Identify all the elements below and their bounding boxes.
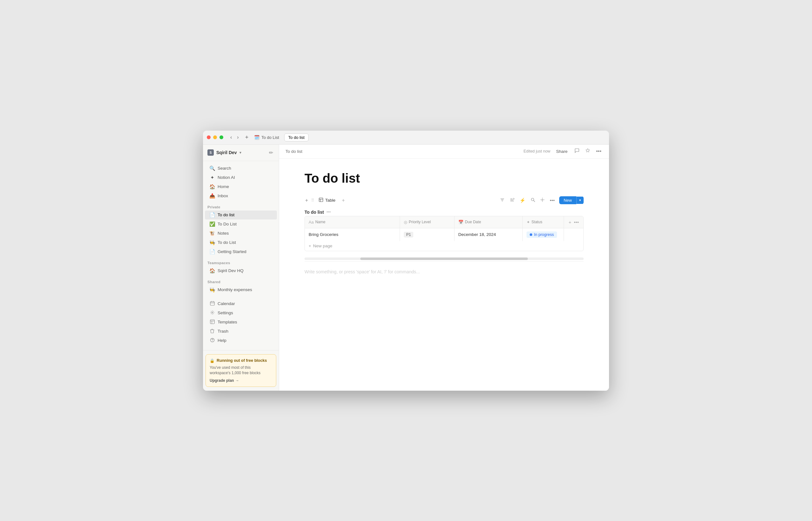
status-badge: In progress: [526, 231, 557, 238]
svg-point-9: [212, 341, 212, 341]
column-priority[interactable]: ◎ Priority Level: [400, 216, 454, 228]
workspace-selector[interactable]: S Sqiril Dev ▾: [207, 149, 241, 156]
new-record-dropdown[interactable]: ▾: [576, 197, 584, 204]
drag-handle[interactable]: ⠿: [311, 198, 314, 203]
cell-priority[interactable]: P1: [400, 228, 454, 241]
column-status[interactable]: ✦ Status: [522, 216, 564, 228]
sidebar-item-help[interactable]: Help: [205, 336, 277, 345]
new-record-button[interactable]: New: [559, 196, 576, 204]
sidebar-item-label: Trash: [218, 329, 228, 334]
sidebar-item-sqiril-dev-hq[interactable]: 🏠 Sqiril Dev HQ: [205, 266, 277, 275]
app-window: ‹ › + 🗓️ To do List To do list S Sqiril …: [203, 131, 609, 391]
table-row[interactable]: ➤ Bring Groceries P1 December 18, 2024: [305, 228, 583, 241]
table-scrollbar[interactable]: [304, 257, 584, 260]
sidebar-item-monthly-expenses[interactable]: 🧑‍🍳 Monthly expenses: [205, 286, 277, 294]
new-page-label: New page: [313, 244, 332, 248]
sidebar-header: S Sqiril Dev ▾ ✏: [203, 144, 279, 161]
sidebar-item-calendar[interactable]: Calendar: [205, 299, 277, 308]
column-name-label: Name: [315, 220, 325, 224]
sidebar-item-label: Templates: [218, 320, 237, 324]
sidebar-item-notion-ai[interactable]: ✦ Notion AI: [205, 173, 277, 182]
section-shared: Shared: [203, 276, 279, 285]
add-column-button[interactable]: +: [568, 219, 572, 225]
sidebar-item-label: Notes: [218, 231, 229, 235]
workspace-name-label: Sqiril Dev: [216, 150, 237, 155]
sidebar-item-getting-started[interactable]: 📄 Getting Started: [205, 247, 277, 256]
add-view-button[interactable]: +: [340, 197, 347, 204]
sidebar-item-trash[interactable]: Trash: [205, 327, 277, 336]
more-button[interactable]: •••: [595, 147, 603, 155]
sidebar-item-search[interactable]: 🔍 Search: [205, 164, 277, 173]
sidebar-nav: 🔍 Search ✦ Notion AI 🏠 Home 📥 Inbox Priv…: [203, 161, 279, 348]
cell-status[interactable]: In progress: [522, 228, 564, 241]
nav-buttons: ‹ ›: [228, 134, 241, 141]
tab-label: To do List: [261, 135, 279, 140]
new-page-button[interactable]: ✏: [268, 149, 274, 157]
sort-button[interactable]: [508, 196, 516, 205]
star-button[interactable]: [584, 147, 591, 156]
cell-name[interactable]: ➤ Bring Groceries: [305, 228, 400, 241]
maximize-button[interactable]: [220, 135, 223, 139]
back-button[interactable]: ‹: [228, 134, 234, 141]
sidebar-item-todo-list[interactable]: 📄 To do list: [205, 210, 277, 220]
database-toolbar: + ⠿ Table +: [304, 195, 584, 206]
sidebar-item-label: Monthly expenses: [218, 287, 252, 292]
sidebar-item-todo-list-3[interactable]: 🧑‍🍳 To do List: [205, 238, 277, 247]
sidebar-footer: 🔒 Running out of free blocks You've used…: [203, 350, 279, 391]
page-icon: 📄: [209, 212, 215, 218]
column-actions: + •••: [564, 216, 583, 228]
share-button[interactable]: Share: [554, 148, 570, 155]
forward-button[interactable]: ›: [235, 134, 241, 141]
tab-label-active: To do list: [288, 135, 304, 140]
column-more-button[interactable]: •••: [573, 219, 580, 225]
sidebar-item-settings[interactable]: Settings: [205, 309, 277, 317]
database-title: To do list: [304, 210, 324, 215]
minimize-button[interactable]: [213, 135, 217, 139]
filter-button[interactable]: [498, 196, 506, 205]
column-name[interactable]: Aa Name: [305, 216, 400, 228]
sidebar-item-inbox[interactable]: 📥 Inbox: [205, 191, 277, 200]
sidebar-item-notes[interactable]: 🐮 Notes: [205, 229, 277, 238]
settings-db-button[interactable]: [538, 196, 546, 204]
sidebar-item-todo-list-2[interactable]: ✅ To Do List: [205, 220, 277, 229]
database-header: To do list •••: [304, 210, 584, 215]
tab-todo-list-1[interactable]: 🗓️ To do List: [250, 134, 283, 141]
table-view-button[interactable]: Table: [317, 196, 337, 204]
column-status-label: Status: [532, 220, 542, 224]
table: Aa Name ◎ Priority Level: [305, 216, 583, 241]
database-table: Aa Name ◎ Priority Level: [304, 216, 584, 251]
tab-todo-list-2[interactable]: To do list: [284, 134, 309, 141]
sidebar-item-label: To do List: [218, 240, 236, 245]
write-area[interactable]: Write something, or press 'space' for AI…: [304, 261, 584, 282]
sidebar-item-templates[interactable]: Templates: [205, 318, 277, 326]
sidebar-item-label: Calendar: [218, 301, 235, 306]
doc-icon: 📄: [209, 249, 215, 255]
date-type-icon: 📅: [458, 220, 464, 225]
column-due-date[interactable]: 📅 Due Date: [454, 216, 522, 228]
search-db-button[interactable]: [529, 196, 537, 204]
tab-bar: 🗓️ To do List To do list: [250, 134, 605, 141]
content-header: To do list Edited just now Share ••: [279, 144, 609, 159]
comment-button[interactable]: [573, 147, 581, 156]
add-block-button[interactable]: +: [304, 197, 309, 204]
upgrade-link-label: Upgrade plan: [210, 378, 234, 383]
sidebar-item-home[interactable]: 🏠 Home: [205, 182, 277, 191]
main-layout: S Sqiril Dev ▾ ✏ 🔍 Search ✦ Notion AI 🏠 …: [203, 144, 609, 391]
new-page-row[interactable]: + New page: [305, 241, 583, 251]
cell-due-date[interactable]: December 18, 2024: [454, 228, 522, 241]
sidebar-item-label: Search: [218, 166, 231, 171]
sidebar-item-label: Help: [218, 338, 226, 343]
tab-icon: 🗓️: [254, 135, 260, 140]
svg-point-19: [531, 198, 534, 201]
more-db-button[interactable]: •••: [548, 196, 557, 204]
home-icon: 🏠: [209, 184, 215, 190]
svg-rect-0: [210, 301, 215, 305]
page-body: To do list + ⠿ Table: [279, 159, 609, 391]
lightning-button[interactable]: ⚡: [518, 196, 527, 205]
close-button[interactable]: [207, 135, 210, 139]
sidebar-item-label: Sqiril Dev HQ: [218, 268, 244, 273]
database-options[interactable]: •••: [326, 210, 331, 214]
upgrade-plan-link[interactable]: Upgrade plan →: [210, 378, 272, 383]
add-tab-button[interactable]: +: [243, 134, 251, 141]
svg-point-4: [211, 312, 213, 313]
